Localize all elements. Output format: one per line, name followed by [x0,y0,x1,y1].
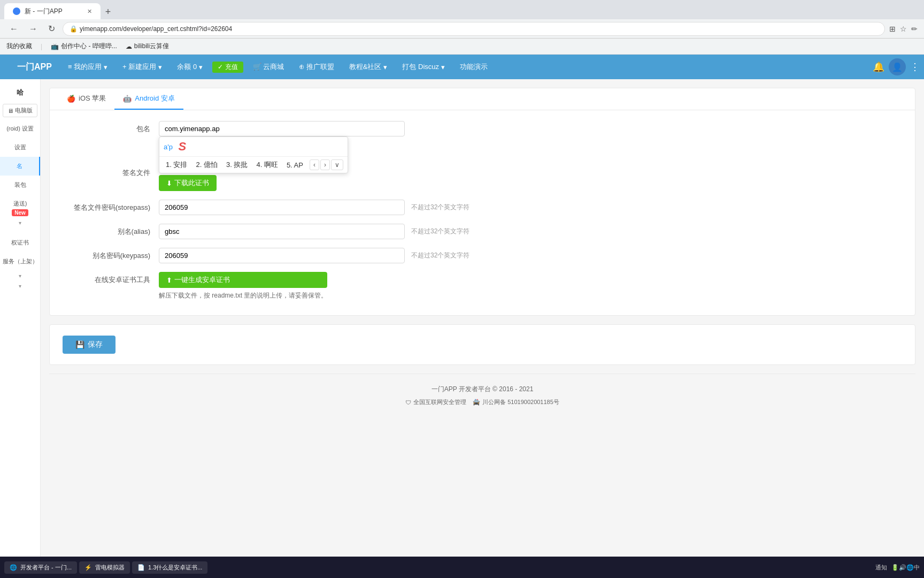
sidebar-android-settings-label: (roid) 设置 [6,125,34,133]
main-layout: 哈 🖥 电脑版 (roid) 设置 设置 名 装包 递送) New ▾ 权证书 … [0,79,924,578]
autocomplete-next[interactable]: › [320,159,330,170]
extensions-icon[interactable]: ⊞ [889,25,896,33]
user-avatar[interactable]: 👤 [889,58,906,75]
nav-cloud-store[interactable]: 🛒 云商城 [245,55,292,79]
sidebar-package-label: 装包 [14,181,26,189]
browser-tab[interactable]: 新 - 一门APP ✕ [4,3,101,19]
nav-my-apps[interactable]: ≡ 我的应用 ▾ [60,55,115,79]
alias-input[interactable] [159,224,405,239]
nav-new-app[interactable]: + 新建应用 ▾ [115,55,170,79]
taskbar-item-1[interactable]: ⚡ 雷电模拟器 [79,561,130,574]
bilibili-cloud-icon: ☁ [126,43,132,50]
sidebar-expand-1[interactable]: ▾ [0,271,40,281]
gen-cert-button[interactable]: ⬆ 一键生成安卓证书 [159,272,327,288]
taskbar-right: 通知 🔋🔊🌐中 [875,564,920,572]
bookmark-star-icon[interactable]: ☆ [900,25,907,33]
sidebar-item-settings[interactable]: 设置 [0,138,40,157]
content-area: 🍎 iOS 苹果 🤖 Android 安卓 包名 [41,79,924,578]
sidebar-item-delivery[interactable]: 递送) New ▾ [0,194,40,233]
bookmark-item-2[interactable]: ☁ bilibili云算僮 [126,42,169,51]
form-body: 包名 a'p S [50,110,915,315]
autocomplete-option-4[interactable]: 5. AP [284,160,305,170]
nav-balance[interactable]: 余额 0 ▾ [170,55,210,79]
save-label: 保存 [88,340,103,349]
security-badge: 🛡 全国互联网安全管理 [405,398,466,406]
url-text: yimenapp.com/developer/app_cert.cshtml?i… [80,25,232,33]
nav-recharge[interactable]: ✓ 充值 [210,55,245,79]
autocomplete-input-row: a'p S [159,137,348,157]
save-button[interactable]: 💾 保存 [63,336,116,354]
gen-cert-label: 一键生成安卓证书 [174,275,230,285]
keypass-label: 别名密码(keypass) [63,251,159,261]
keypass-input[interactable] [159,248,405,263]
nav-cloud-store-label: 🛒 云商城 [253,62,284,72]
save-icon: 💾 [75,340,84,349]
taskbar-item-2-label: 1.3什么是安卓证书... [148,564,202,572]
package-name-input[interactable] [159,121,405,136]
app-logo[interactable]: 一门APP [9,62,60,73]
desktop-btn-label: 电脑版 [15,107,33,115]
sidebar-item-certificate[interactable]: 权证书 [0,233,40,252]
taskbar-doc-icon: 📄 [137,564,145,571]
tab-title: 新 - 一门APP [25,7,63,16]
nav-community[interactable]: 教程&社区 ▾ [342,55,395,79]
url-input[interactable]: 🔒 yimenapp.com/developer/app_cert.cshtml… [63,22,885,36]
tab-close-button[interactable]: ✕ [87,8,92,15]
taskbar-item-2[interactable]: 📄 1.3什么是安卓证书... [132,561,207,574]
nav-new-app-label: + 新建应用 [122,62,156,72]
autocomplete-option-2[interactable]: 3. 挨批 [224,159,250,171]
footer-badges: 🛡 全国互联网安全管理 🚔 川公网备 51019002001185号 [60,398,905,406]
bookmark-item-0[interactable]: 我的收藏 [6,42,32,51]
reload-button[interactable]: ↻ [45,22,58,35]
sidebar: 哈 🖥 电脑版 (roid) 设置 设置 名 装包 递送) New ▾ 权证书 … [0,79,41,578]
more-menu-btn[interactable]: ⋮ [910,61,920,73]
nav-demo-label: 功能演示 [460,62,488,72]
sidebar-item-android-settings[interactable]: (roid) 设置 [0,119,40,138]
autocomplete-options: 1. 安排 2. 億怕 3. 挨批 4. 啊旺 5. AP ‹ › ∨ [159,157,348,173]
tab-android-label: Android 安卓 [135,94,174,103]
new-tab-button[interactable]: + [101,4,116,19]
nav-promotion[interactable]: ⊕ 推广联盟 [291,55,342,79]
autocomplete-dropdown: a'p S 1. 安排 2. 億怕 3. 挨批 4. 啊旺 [159,136,348,173]
nav-discuz[interactable]: 打包 Discuz ▾ [395,55,452,79]
back-button[interactable]: ← [6,23,21,35]
nav-discuz-label: 打包 Discuz [402,62,439,72]
more-options-icon[interactable]: ✏ [911,25,918,33]
autocomplete-close-btn[interactable]: ∨ [331,159,343,170]
tab-bar: 新 - 一门APP ✕ + [4,0,116,19]
storepass-control [159,200,405,215]
toolbar-icons: ⊞ ☆ ✏ [889,25,918,33]
new-badge: New [12,209,28,216]
sidebar-expand-2[interactable]: ▾ [0,281,40,291]
autocomplete-option-3[interactable]: 4. 啊旺 [254,159,280,171]
autocomplete-option-0[interactable]: 1. 安排 [164,159,189,171]
forward-button[interactable]: → [26,23,41,35]
tab-ios[interactable]: 🍎 iOS 苹果 [58,88,114,110]
notification-bell[interactable]: 🔔 [873,61,884,73]
nav-demo[interactable]: 功能演示 [452,55,495,79]
nav-balance-label: 余额 0 [177,62,197,72]
gen-cert-icon: ⬆ [166,276,172,284]
autocomplete-wrapper: a'p S 1. 安排 2. 億怕 3. 挨批 4. 啊旺 [159,121,405,136]
browser-chrome: 新 - 一门APP ✕ + [0,0,924,19]
sidebar-settings-label: 设置 [14,143,26,151]
keypass-row: 别名密码(keypass) 不超过32个英文字符 [63,248,902,263]
tab-android[interactable]: 🤖 Android 安卓 [114,88,183,110]
sidebar-item-name[interactable]: 名 [0,157,40,176]
alias-row: 别名(alias) 不超过32个英文字符 [63,224,902,239]
download-cert-button[interactable]: ⬇ 下载此证书 [159,175,217,191]
bookmark-item-1[interactable]: 📺 创作中心 - 哔哩哔... [51,42,117,51]
autocomplete-prev[interactable]: ‹ [310,159,319,170]
autocomplete-option-1[interactable]: 2. 億怕 [194,159,219,171]
taskbar-item-0[interactable]: 🌐 开发者平台 - 一门... [4,561,77,574]
desktop-mode-button[interactable]: 🖥 电脑版 [3,104,37,117]
delivery-expand-arrow[interactable]: ▾ [2,218,38,228]
storepass-input[interactable] [159,200,405,215]
storepass-row: 签名文件密码(storepass) 不超过32个英文字符 [63,200,902,215]
tab-ios-label: iOS 苹果 [79,94,106,103]
taskbar-system-icons: 🔋🔊🌐中 [891,564,920,572]
nav-new-app-arrow: ▾ [158,63,162,71]
sidebar-item-package[interactable]: 装包 [0,176,40,194]
sidebar-item-service[interactable]: 服务（上架） [0,252,40,271]
bilibili-icon: 📺 [51,43,59,50]
